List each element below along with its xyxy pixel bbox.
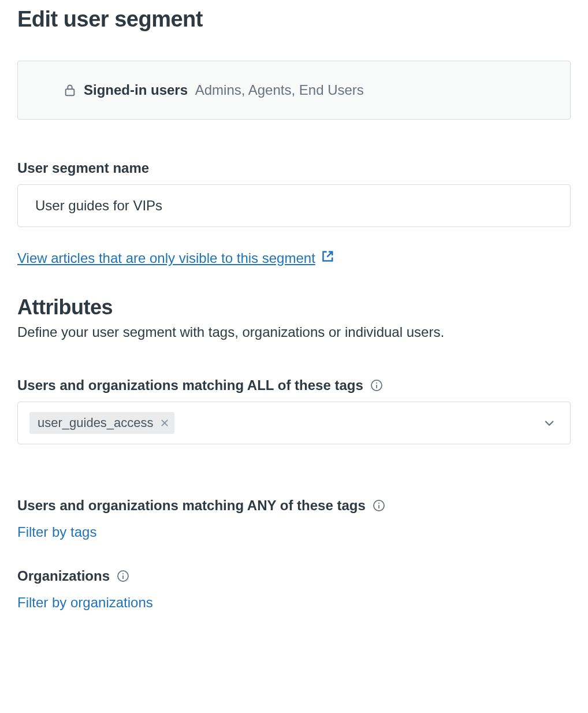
svg-rect-0: [66, 89, 75, 95]
attributes-title: Attributes: [17, 295, 571, 320]
info-icon[interactable]: [117, 570, 129, 582]
access-info-card: Signed-in users Admins, Agents, End User…: [17, 61, 571, 120]
segment-name-label: User segment name: [17, 160, 571, 176]
attributes-description: Define your user segment with tags, orga…: [17, 324, 571, 340]
access-title: Signed-in users: [84, 82, 188, 98]
info-icon[interactable]: [373, 499, 385, 512]
external-link-icon: [321, 250, 334, 266]
organizations-label: Organizations: [17, 568, 571, 584]
tags-all-input[interactable]: user_guides_access: [17, 402, 571, 444]
view-articles-link-text: View articles that are only visible to t…: [17, 250, 315, 266]
access-subtitle: Admins, Agents, End Users: [195, 82, 364, 98]
tags-any-label: Users and organizations matching ANY of …: [17, 497, 571, 514]
tags-all-label: Users and organizations matching ALL of …: [17, 377, 571, 393]
remove-tag-icon[interactable]: [161, 419, 169, 427]
chevron-down-icon[interactable]: [544, 417, 559, 429]
page-title: Edit user segment: [17, 7, 571, 32]
info-icon[interactable]: [370, 379, 383, 392]
view-articles-link[interactable]: View articles that are only visible to t…: [17, 250, 334, 266]
tag-chip: user_guides_access: [29, 412, 174, 434]
segment-name-input[interactable]: [17, 184, 571, 227]
filter-by-tags-button[interactable]: Filter by tags: [17, 524, 96, 540]
tag-chip-label: user_guides_access: [38, 415, 154, 430]
lock-icon: [64, 84, 76, 96]
filter-by-organizations-button[interactable]: Filter by organizations: [17, 595, 153, 611]
